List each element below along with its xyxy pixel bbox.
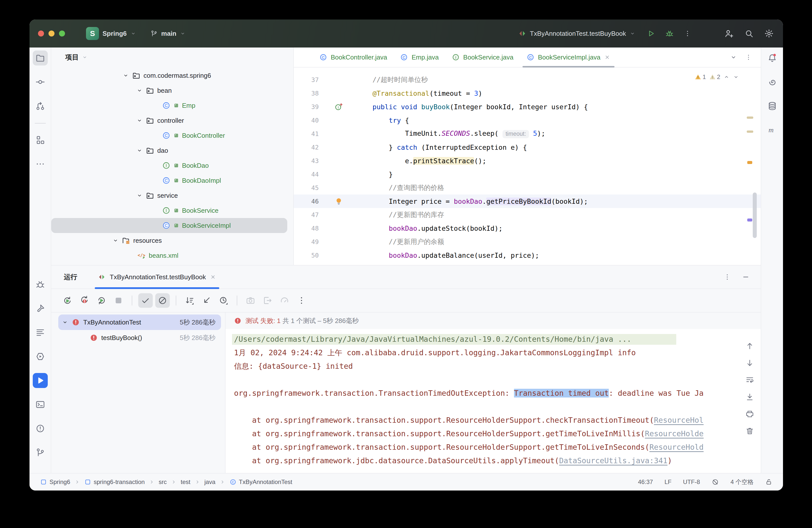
- chevron-down-icon[interactable]: [112, 237, 119, 244]
- test-item-txbyannotationtest[interactable]: TxByAnnotationTest5秒 286毫秒: [58, 314, 221, 330]
- close-window-button[interactable]: [38, 30, 44, 36]
- printer-icon[interactable]: [745, 410, 754, 419]
- tab-bookservice-java[interactable]: IBookService.java: [445, 47, 520, 67]
- activitybar-build[interactable]: [33, 301, 48, 316]
- sort-by-duration-button[interactable]: [216, 293, 231, 308]
- stacktrace-link[interactable]: ResourceHol: [654, 416, 704, 425]
- code-line-43[interactable]: 43 e.printStackTrace();: [294, 154, 761, 167]
- chevron-down-icon[interactable]: [730, 54, 737, 61]
- tree-item-bookcontroller[interactable]: CBookController: [51, 128, 287, 143]
- code-line-50[interactable]: 50 bookDao.updateBalance(userId, price);: [294, 249, 761, 262]
- breadcrumb-spring6-transaction[interactable]: spring6-transaction: [84, 479, 145, 485]
- trash-icon[interactable]: [745, 426, 754, 436]
- close-icon[interactable]: [604, 54, 610, 60]
- rerun-button[interactable]: [60, 293, 75, 308]
- more-options-icon[interactable]: [723, 273, 731, 281]
- tree-item-resources[interactable]: resources: [51, 233, 287, 248]
- chevron-down-icon[interactable]: [136, 117, 143, 124]
- activitybar-todo[interactable]: [33, 325, 48, 340]
- activitybar-pull-requests[interactable]: [33, 99, 48, 114]
- show-passed-button[interactable]: [138, 293, 153, 308]
- scroll-end-icon[interactable]: [745, 393, 754, 401]
- run-tab[interactable]: TxByAnnotationTest.testBuyBook: [94, 265, 220, 289]
- activitybar-project[interactable]: [33, 50, 48, 65]
- code-line-40[interactable]: 40 try {: [294, 114, 761, 127]
- tab-bookserviceimpl-java[interactable]: CBookServiceImpl.java: [520, 47, 617, 67]
- hide-tool-window-icon[interactable]: [742, 273, 750, 281]
- breadcrumb-java[interactable]: java: [204, 479, 216, 485]
- tree-item-controller[interactable]: controller: [51, 113, 287, 128]
- test-item-testbuybook[interactable]: testBuyBook()5秒 286毫秒: [58, 330, 221, 346]
- code-with-me-icon[interactable]: [724, 29, 734, 39]
- tree-item-dao[interactable]: dao: [51, 143, 287, 158]
- inspection-widget[interactable]: 1 2: [695, 73, 739, 80]
- highlighting-level-icon[interactable]: [711, 478, 719, 486]
- code-line-47[interactable]: 47 //更新图书的库存: [294, 208, 761, 221]
- tree-item-bean[interactable]: bean: [51, 83, 287, 98]
- stacktrace-link[interactable]: ResourceHold: [650, 443, 704, 452]
- close-icon[interactable]: [210, 274, 216, 280]
- code-line-39[interactable]: 39I public void buyBook(Integer bookId, …: [294, 100, 761, 114]
- rightbar-notifications[interactable]: [765, 51, 779, 65]
- caret-position[interactable]: 46:37: [638, 479, 653, 485]
- project-panel-header[interactable]: 项目: [51, 47, 293, 67]
- tree-item-emp[interactable]: CEmp: [51, 98, 287, 113]
- editor-scrollbar[interactable]: [753, 192, 757, 238]
- rightbar-maven[interactable]: m: [765, 123, 779, 137]
- activitybar-services[interactable]: [33, 349, 48, 364]
- tab-emp-java[interactable]: CEmp.java: [393, 47, 445, 67]
- toggle-auto-test-button[interactable]: [94, 293, 109, 308]
- tree-item-bookservice[interactable]: IBookService: [51, 203, 287, 218]
- rightbar-database[interactable]: [765, 99, 779, 113]
- tree-item-com-codermast-spring6[interactable]: com.codermast.spring6: [51, 68, 287, 83]
- show-ignored-button[interactable]: [155, 293, 170, 308]
- tree-item-bookserviceimpl[interactable]: CBookServiceImpl: [51, 218, 287, 233]
- file-encoding[interactable]: UTF-8: [683, 479, 700, 485]
- more-tabs-icon[interactable]: [745, 54, 752, 61]
- activitybar-structure[interactable]: [33, 132, 48, 147]
- activitybar-more-tool-windows[interactable]: [33, 157, 48, 172]
- overrides-method-icon[interactable]: I: [334, 102, 343, 111]
- tree-item-bookdaoimpl[interactable]: CBookDaoImpl: [51, 173, 287, 188]
- code-line-48[interactable]: 48 bookDao.updateStock(bookId);: [294, 221, 761, 235]
- chevron-down-icon[interactable]: [136, 147, 143, 154]
- code-line-38[interactable]: 38 @Transactional(timeout = 3): [294, 87, 761, 100]
- code-line-42[interactable]: 42 } catch (InterruptedException e) {: [294, 141, 761, 154]
- chevron-down-icon[interactable]: [62, 319, 68, 325]
- arrow-up-icon[interactable]: [745, 341, 754, 351]
- code-editor[interactable]: 1 2 37 //超时时间单位秒38 @Transactional(timeou…: [294, 68, 761, 265]
- project-widget[interactable]: S Spring6: [86, 27, 136, 40]
- code-line-37[interactable]: 37 //超时时间单位秒: [294, 73, 761, 87]
- tree-item-bookdao[interactable]: IBookDao: [51, 158, 287, 173]
- settings-gear-icon[interactable]: [764, 29, 774, 39]
- next-problem-icon[interactable]: [733, 74, 739, 80]
- tree-item-service[interactable]: service: [51, 188, 287, 203]
- debug-button[interactable]: [665, 29, 674, 38]
- activitybar-commit[interactable]: [33, 74, 48, 89]
- indent-setting[interactable]: 4 个空格: [730, 478, 754, 486]
- search-everywhere-icon[interactable]: [744, 29, 754, 38]
- rerun-failed-tests-button[interactable]: [77, 293, 92, 308]
- branch-widget[interactable]: main: [150, 30, 186, 38]
- breadcrumb-spring6[interactable]: Spring6: [40, 479, 70, 485]
- lock-open-icon[interactable]: [765, 478, 772, 486]
- code-line-46[interactable]: 46 Integer price = bookDao.getPriceByBoo…: [294, 194, 761, 208]
- tree-item-beans-xml[interactable]: </>beans.xml: [51, 248, 287, 263]
- arrow-down-icon[interactable]: [745, 358, 754, 367]
- intention-bulb-icon[interactable]: [334, 197, 343, 206]
- more-actions-icon[interactable]: [683, 29, 692, 38]
- code-line-44[interactable]: 44 }: [294, 167, 761, 181]
- code-line-45[interactable]: 45 //查询图书的价格: [294, 181, 761, 194]
- rightbar-spring[interactable]: [765, 75, 779, 89]
- sort-alphabetically-button[interactable]: [182, 293, 197, 308]
- test-console[interactable]: 测试 失败: 1 共 1 个测试 – 5秒 286毫秒 /Users/coder…: [225, 312, 761, 473]
- minimize-window-button[interactable]: [48, 30, 55, 36]
- run-config-widget[interactable]: TxByAnnotationTest.testBuyBook: [518, 29, 636, 38]
- breadcrumb-src[interactable]: src: [159, 479, 167, 485]
- activitybar-problems[interactable]: [33, 421, 48, 436]
- stacktrace-link[interactable]: ResourceHolde: [645, 429, 704, 438]
- soft-wrap-icon[interactable]: [745, 376, 754, 384]
- chevron-down-icon[interactable]: [122, 72, 129, 79]
- code-line-49[interactable]: 49 //更新用户的余额: [294, 235, 761, 249]
- code-line-41[interactable]: 41 TimeUnit.SECONDS.sleep( timeout: 5);: [294, 127, 761, 141]
